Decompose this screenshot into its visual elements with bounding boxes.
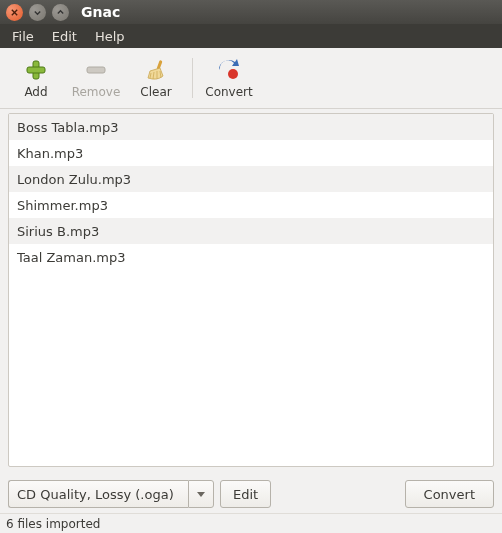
list-item[interactable]: London Zulu.mp3 xyxy=(9,166,493,192)
clear-label: Clear xyxy=(140,85,171,99)
window-title: Gnac xyxy=(81,4,120,20)
add-label: Add xyxy=(24,85,47,99)
list-item[interactable]: Sirius B.mp3 xyxy=(9,218,493,244)
list-item[interactable]: Shimmer.mp3 xyxy=(9,192,493,218)
convert-label: Convert xyxy=(205,85,252,99)
toolbar: Add Remove Clear Convert xyxy=(0,48,502,109)
svg-point-10 xyxy=(228,69,238,79)
plus-icon xyxy=(24,58,48,82)
list-item[interactable]: Taal Zaman.mp3 xyxy=(9,244,493,270)
list-item[interactable]: Boss Tabla.mp3 xyxy=(9,114,493,140)
add-button[interactable]: Add xyxy=(8,51,64,105)
menu-help[interactable]: Help xyxy=(87,27,133,46)
menu-file[interactable]: File xyxy=(4,27,42,46)
convert-button[interactable]: Convert xyxy=(201,51,257,105)
profile-selected: CD Quality, Lossy (.oga) xyxy=(8,480,188,508)
menubar: File Edit Help xyxy=(0,24,502,48)
minimize-icon[interactable] xyxy=(29,4,46,21)
clear-button[interactable]: Clear xyxy=(128,51,184,105)
bottom-bar: CD Quality, Lossy (.oga) Edit Convert xyxy=(0,475,502,513)
status-text: 6 files imported xyxy=(6,517,100,531)
toolbar-separator xyxy=(192,58,193,98)
broom-icon xyxy=(144,58,168,82)
edit-profile-button[interactable]: Edit xyxy=(220,480,271,508)
titlebar: Gnac xyxy=(0,0,502,24)
profile-dropdown[interactable]: CD Quality, Lossy (.oga) xyxy=(8,480,214,508)
svg-marker-11 xyxy=(197,492,205,497)
minus-icon xyxy=(84,58,108,82)
file-list[interactable]: Boss Tabla.mp3 Khan.mp3 London Zulu.mp3 … xyxy=(8,113,494,467)
chevron-down-icon xyxy=(188,480,214,508)
remove-button: Remove xyxy=(68,51,124,105)
svg-rect-3 xyxy=(27,67,45,73)
remove-label: Remove xyxy=(72,85,121,99)
convert-icon xyxy=(217,58,241,82)
maximize-icon[interactable] xyxy=(52,4,69,21)
menu-edit[interactable]: Edit xyxy=(44,27,85,46)
statusbar: 6 files imported xyxy=(0,513,502,533)
close-icon[interactable] xyxy=(6,4,23,21)
convert-bottom-button[interactable]: Convert xyxy=(405,480,494,508)
content: Add Remove Clear Convert Boss Tabla.mp3 … xyxy=(0,48,502,533)
svg-rect-4 xyxy=(87,67,105,73)
list-item[interactable]: Khan.mp3 xyxy=(9,140,493,166)
